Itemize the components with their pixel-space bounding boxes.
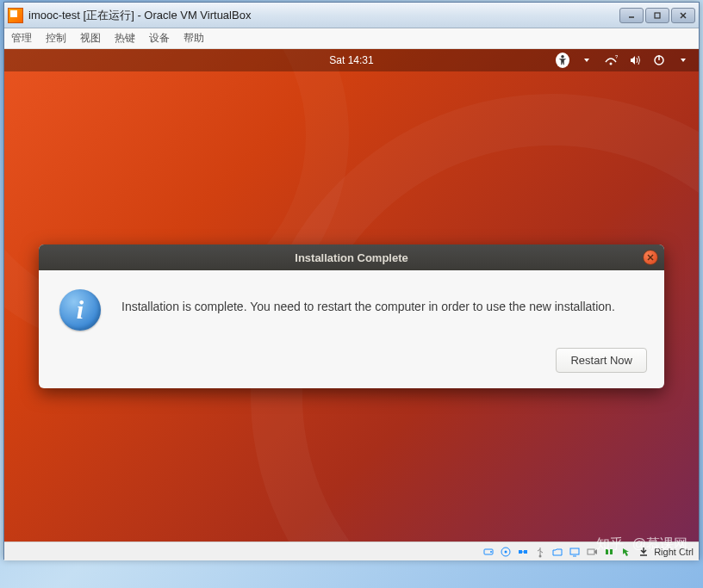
titlebar[interactable]: imooc-test [正在运行] - Oracle VM VirtualBox xyxy=(4,3,699,28)
watermark: 知乎 @慕课网 xyxy=(596,535,687,554)
window-controls xyxy=(619,8,695,23)
svg-rect-15 xyxy=(519,550,522,554)
info-icon: i xyxy=(59,289,101,331)
dialog-message: Installation is complete. You need to re… xyxy=(121,289,644,313)
virtualbox-window: imooc-test [正在运行] - Oracle VM VirtualBox… xyxy=(3,2,700,560)
svg-point-14 xyxy=(505,550,507,553)
svg-rect-19 xyxy=(570,548,579,554)
svg-point-4 xyxy=(561,55,564,59)
menu-view[interactable]: 视图 xyxy=(80,31,101,46)
network-status-icon[interactable] xyxy=(516,545,530,559)
display-icon[interactable] xyxy=(568,545,582,559)
svg-text:?: ? xyxy=(615,54,618,59)
window-title: imooc-test [正在运行] - Oracle VM VirtualBox xyxy=(28,8,619,23)
watermark-text1: 知乎 xyxy=(596,535,624,554)
hard-disk-icon[interactable] xyxy=(482,545,495,559)
guest-display[interactable]: Sat 14:31 ? xyxy=(4,49,699,542)
menu-help[interactable]: 帮助 xyxy=(184,31,204,46)
clock[interactable]: Sat 14:31 xyxy=(329,54,373,66)
menu-devices[interactable]: 设备 xyxy=(149,31,170,46)
dialog-title: Installation Complete xyxy=(295,251,407,264)
svg-rect-16 xyxy=(524,550,527,554)
system-tray: ? xyxy=(556,53,690,67)
menu-manage[interactable]: 管理 xyxy=(11,31,32,46)
restart-now-button[interactable]: Restart Now xyxy=(556,348,647,373)
menubar: 管理 控制 视图 热键 设备 帮助 xyxy=(4,28,699,49)
dropdown-arrow-icon[interactable] xyxy=(580,53,594,67)
close-button[interactable] xyxy=(671,8,695,23)
ubuntu-topbar: Sat 14:31 ? xyxy=(4,49,699,71)
watermark-text2: @慕课网 xyxy=(632,535,687,554)
svg-point-12 xyxy=(490,551,492,553)
shared-folders-icon[interactable] xyxy=(551,545,564,559)
accessibility-icon[interactable] xyxy=(556,53,569,67)
virtualbox-logo-icon xyxy=(8,8,23,23)
power-icon[interactable] xyxy=(652,53,666,67)
dialog-body: i Installation is complete. You need to … xyxy=(39,270,664,348)
dialog-titlebar[interactable]: Installation Complete xyxy=(39,244,664,270)
menu-control[interactable]: 控制 xyxy=(46,31,66,46)
svg-rect-1 xyxy=(655,13,660,18)
svg-point-18 xyxy=(539,554,542,557)
usb-icon[interactable] xyxy=(533,545,547,559)
network-icon[interactable]: ? xyxy=(604,53,618,67)
menu-hotkey[interactable]: 热键 xyxy=(115,31,135,46)
svg-point-5 xyxy=(610,63,613,65)
dropdown-arrow-icon[interactable] xyxy=(676,53,690,67)
minimize-button[interactable] xyxy=(619,8,644,23)
maximize-button[interactable] xyxy=(645,8,669,23)
vbox-statusbar: Right Ctrl xyxy=(4,542,699,560)
volume-icon[interactable] xyxy=(628,53,642,67)
installation-complete-dialog: Installation Complete i Installation is … xyxy=(39,244,664,388)
dialog-actions: Restart Now xyxy=(39,348,664,388)
dialog-close-button[interactable] xyxy=(643,250,658,265)
optical-drive-icon[interactable] xyxy=(499,545,513,559)
svg-rect-21 xyxy=(588,549,594,554)
